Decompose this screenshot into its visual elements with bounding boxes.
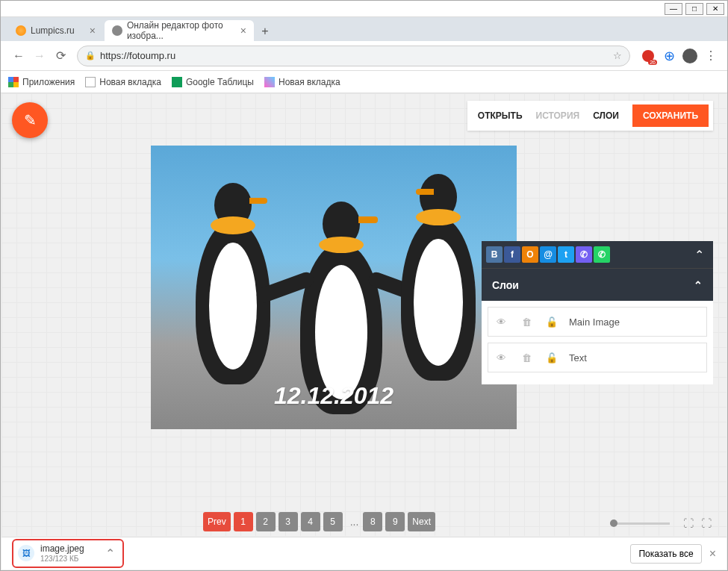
next-button[interactable]: Next <box>408 512 435 531</box>
download-item[interactable]: 🖼 image.jpeg 123/123 КБ ⌃ <box>12 539 124 567</box>
chevron-up-icon[interactable]: ⌃ <box>105 546 115 561</box>
image-canvas[interactable]: 12.12.2012 <box>151 146 517 429</box>
apps-icon <box>8 77 19 87</box>
star-icon[interactable]: ☆ <box>613 50 622 61</box>
page-ellipsis: ... <box>350 516 359 528</box>
zoom-controls: ⛶ ⛶ <box>610 517 713 530</box>
download-size: 123/123 КБ <box>40 555 84 564</box>
bookmarks-bar: Приложения Новая вкладка Google Таблицы … <box>1 71 727 93</box>
extension-icon[interactable]: 26 <box>639 47 657 65</box>
browser-tab-fotoump[interactable]: Онлайн редактор фото изобра... × <box>105 20 254 41</box>
profile-avatar[interactable] <box>681 47 699 65</box>
chevron-up-icon[interactable]: ⌃ <box>694 279 703 291</box>
trash-icon[interactable]: 🗑 <box>514 352 539 363</box>
page-2[interactable]: 2 <box>256 512 276 531</box>
zoom-slider[interactable] <box>610 522 670 525</box>
sheets-icon <box>172 77 182 87</box>
bookmark-sheets[interactable]: Google Таблицы <box>172 77 254 87</box>
tab-title: Онлайн редактор фото изобра... <box>127 20 225 41</box>
globe-icon[interactable]: ⊕ <box>660 47 678 65</box>
layers-list: 👁 🗑 🔓 Main Image 👁 🗑 🔓 Text <box>482 301 713 384</box>
editor-workspace: ✎ ОТКРЫТЬ ИСТОРИЯ СЛОИ СОХРАНИТЬ <box>1 93 727 536</box>
bookmark-newtab1[interactable]: Новая вкладка <box>85 77 161 87</box>
edit-fab-button[interactable]: ✎ <box>12 102 48 138</box>
url-text: https://fotoump.ru <box>100 50 175 61</box>
favicon-icon <box>16 25 26 36</box>
viber-icon[interactable]: ✆ <box>576 246 592 263</box>
eye-icon[interactable]: 👁 <box>488 352 514 363</box>
page-icon <box>85 77 96 87</box>
close-icon[interactable]: × <box>90 25 96 37</box>
download-text: image.jpeg 123/123 КБ <box>40 543 84 563</box>
page-icon <box>264 77 275 87</box>
reload-button[interactable]: ⟳ <box>50 46 71 66</box>
download-filename: image.jpeg <box>40 543 84 554</box>
lock-icon[interactable]: 🔓 <box>539 352 564 363</box>
layer-name: Text <box>569 352 587 363</box>
page-4[interactable]: 4 <box>301 512 320 531</box>
maximize-button[interactable]: □ <box>685 3 703 15</box>
minimize-button[interactable]: — <box>665 3 682 15</box>
browser-tab-lumpics[interactable]: Lumpics.ru × <box>8 20 103 41</box>
watermark-text: 12.12.2012 <box>274 382 393 410</box>
lock-icon[interactable]: 🔓 <box>539 316 564 328</box>
close-icon[interactable]: × <box>240 25 246 37</box>
tab-strip: Lumpics.ru × Онлайн редактор фото изобра… <box>1 17 727 41</box>
share-row: B f O @ t ✆ ✆ ⌃ <box>482 241 713 268</box>
bookmark-newtab2[interactable]: Новая вкладка <box>264 77 340 87</box>
ok-icon[interactable]: O <box>522 246 538 263</box>
mailru-icon[interactable]: @ <box>540 246 556 263</box>
close-shelf-button[interactable]: × <box>709 547 716 561</box>
page-8[interactable]: 8 <box>363 512 382 531</box>
whatsapp-icon[interactable]: ✆ <box>594 246 610 263</box>
fit-icon[interactable]: ⛶ <box>682 517 695 530</box>
history-button[interactable]: ИСТОРИЯ <box>536 110 580 121</box>
apps-bookmark[interactable]: Приложения <box>8 77 75 87</box>
tab-title: Lumpics.ru <box>31 25 75 36</box>
facebook-icon[interactable]: f <box>504 246 520 263</box>
layer-item[interactable]: 👁 🗑 🔓 Main Image <box>488 307 707 337</box>
page-1[interactable]: 1 <box>234 512 253 531</box>
page-9[interactable]: 9 <box>385 512 405 531</box>
prev-button[interactable]: Prev <box>203 512 231 531</box>
page-3[interactable]: 3 <box>279 512 298 531</box>
show-all-button[interactable]: Показать все <box>630 544 701 564</box>
page-5[interactable]: 5 <box>323 512 343 531</box>
favicon-icon <box>112 25 122 36</box>
fullscreen-icon[interactable]: ⛶ <box>700 517 713 530</box>
save-button[interactable]: СОХРАНИТЬ <box>632 104 709 127</box>
layers-panel-header[interactable]: Слои ⌃ <box>482 268 713 301</box>
eye-icon[interactable]: 👁 <box>488 316 514 328</box>
layer-item[interactable]: 👁 🗑 🔓 Text <box>488 343 707 372</box>
forward-button[interactable]: → <box>29 46 50 66</box>
open-button[interactable]: ОТКРЫТЬ <box>478 110 523 121</box>
image-file-icon: 🖼 <box>18 545 34 561</box>
side-panel: B f O @ t ✆ ✆ ⌃ Слои ⌃ 👁 🗑 🔓 Main Image <box>482 241 713 384</box>
url-input[interactable]: 🔒 https://fotoump.ru ☆ <box>77 46 630 66</box>
new-tab-button[interactable]: + <box>255 22 275 41</box>
layer-name: Main Image <box>569 316 620 328</box>
vk-icon[interactable]: B <box>486 246 503 263</box>
window-title-bar: — □ ✕ <box>1 1 727 17</box>
menu-icon[interactable]: ⋮ <box>702 47 720 65</box>
pencil-icon: ✎ <box>24 111 37 129</box>
download-shelf: 🖼 image.jpeg 123/123 КБ ⌃ Показать все × <box>1 537 727 570</box>
back-button[interactable]: ← <box>8 46 29 66</box>
trash-icon[interactable]: 🗑 <box>514 316 539 328</box>
window-close-button[interactable]: ✕ <box>706 3 724 15</box>
twitter-icon[interactable]: t <box>558 246 574 263</box>
badge-count: 26 <box>648 60 657 65</box>
pagination: Prev 1 2 3 4 5 ... 8 9 Next <box>203 512 438 531</box>
layers-button[interactable]: СЛОИ <box>593 110 619 121</box>
chevron-up-icon[interactable]: ⌃ <box>694 248 704 262</box>
editor-toolbar: ОТКРЫТЬ ИСТОРИЯ СЛОИ СОХРАНИТЬ <box>467 101 713 131</box>
lock-icon: 🔒 <box>85 51 96 60</box>
address-bar: ← → ⟳ 🔒 https://fotoump.ru ☆ 26 ⊕ ⋮ <box>1 41 727 71</box>
